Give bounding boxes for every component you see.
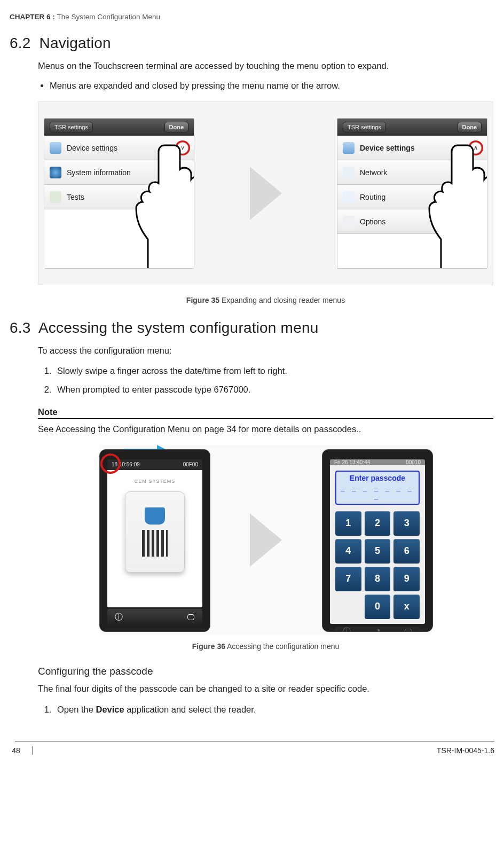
keypad-key-0[interactable]: 0 <box>365 595 391 619</box>
menu-item-label: Device settings <box>67 144 117 152</box>
card-image <box>125 491 185 573</box>
section-number-nav: 6.2 <box>10 35 31 51</box>
phone-status-bar: Fri 26 13:40:44 00010 <box>330 459 425 465</box>
done-button[interactable]: Done <box>458 122 482 132</box>
tsr-settings-button[interactable]: TSR settings <box>343 122 386 132</box>
keypad-key-5[interactable]: 5 <box>365 539 391 564</box>
routing-icon <box>343 191 355 203</box>
phone-status-bar[interactable]: 18 10:56:09 00F00 <box>107 459 202 470</box>
wrench-icon <box>343 142 355 154</box>
keypad: 1 2 3 4 5 6 7 8 9 0 x <box>335 511 420 619</box>
status-code: 00010 <box>406 459 421 465</box>
access-steps: Slowly swipe a finger across the date/ti… <box>38 364 493 396</box>
keypad-key-4[interactable]: 4 <box>335 539 361 564</box>
menu-item-label: Device settings <box>360 144 415 152</box>
fig36-right-phone: Fri 26 13:40:44 00010 Enter passcode _ _… <box>322 449 432 631</box>
config-passcode-steps: Open the Device application and select t… <box>38 703 493 717</box>
keypad-key-7[interactable]: 7 <box>335 567 361 591</box>
handset-icon: 🕽 <box>374 627 382 632</box>
chevron-down-icon[interactable]: ∨ <box>470 167 482 178</box>
titlebar: TSR settings Done <box>337 119 487 136</box>
menu-item-device-settings[interactable]: Device settings ∨ <box>44 136 194 160</box>
nav-bullets: Menus are expanded and closed by pressin… <box>38 80 493 92</box>
section-title-nav: Navigation <box>40 35 111 51</box>
menu-item-device-settings[interactable]: Device settings ∧ <box>337 136 487 160</box>
keypad-key-8[interactable]: 8 <box>365 567 391 591</box>
fig36-left-phone: 18 10:56:09 00F00 CEM SYSTEMS ⓘ 🖵 <box>99 449 209 631</box>
phone-nav-bar: ⓘ 🖵 <box>107 609 202 626</box>
menu-item-label: Network <box>360 168 387 177</box>
section-heading-nav: 6.2 Navigation <box>10 35 494 52</box>
barcode-icon <box>142 530 168 557</box>
card-top-icon <box>145 507 165 525</box>
svg-marker-3 <box>250 513 282 567</box>
menu-item-system-info[interactable]: System information ∨ <box>44 160 194 185</box>
figure-label: Figure 35 <box>186 296 219 304</box>
info-icon[interactable]: ⓘ <box>115 612 123 622</box>
passcode-title: Enter passcode <box>341 474 414 482</box>
figure-text: Expanding and closing reader menus <box>219 296 345 304</box>
section-number-access: 6.3 <box>10 319 31 336</box>
note-rule <box>38 418 493 419</box>
config-passcode-para: The final four digits of the passcode ca… <box>38 683 493 695</box>
passcode-display: Enter passcode _ _ _ _ _ _ _ _ <box>335 471 420 505</box>
chevron-down-icon[interactable]: ∨ <box>177 191 188 203</box>
figure-35-caption: Figure 35 Expanding and closing reader m… <box>38 296 493 304</box>
chevron-down-icon[interactable]: ∨ <box>177 142 188 154</box>
section-heading-access: 6.3 Accessing the system configuration m… <box>10 319 494 337</box>
fig35-right-panel: TSR settings Done Device settings ∧ Netw… <box>337 118 487 269</box>
options-icon <box>343 216 355 228</box>
access-intro-text: To access the configuration menu: <box>38 345 493 357</box>
figure-36-caption: Figure 36 Accessing the configuration me… <box>38 642 493 651</box>
monitor-icon[interactable]: 🖵 <box>187 613 195 622</box>
chapter-title: The System Configuration Menu <box>57 13 161 21</box>
keypad-key-3[interactable]: 3 <box>393 511 420 536</box>
figure-text: Accessing the configuration menu <box>225 642 339 651</box>
config-passcode-heading: Configuring the passcode <box>38 666 493 677</box>
chevron-down-icon[interactable]: ∨ <box>177 167 188 178</box>
keypad-key-1[interactable]: 1 <box>335 511 361 536</box>
step-text-post: application and select the reader. <box>124 705 256 714</box>
chevron-down-icon[interactable]: ∨ <box>470 191 482 203</box>
access-step-1: Slowly swipe a finger across the date/ti… <box>54 364 493 378</box>
menu-item-label: Tests <box>67 193 84 201</box>
keypad-key-6[interactable]: 6 <box>393 539 420 564</box>
section-title-access: Accessing the system configuration menu <box>38 319 319 336</box>
chevron-up-icon[interactable]: ∧ <box>470 142 482 154</box>
page-footer: 48 TSR-IM-0045-1.6 <box>10 738 494 761</box>
page-number: 48 <box>4 746 33 755</box>
svg-marker-0 <box>250 167 282 220</box>
wrench-icon <box>50 142 61 154</box>
menu-item-label: Routing <box>360 193 385 201</box>
keypad-key-9[interactable]: 9 <box>393 567 420 591</box>
info-icon: ⓘ <box>343 627 351 632</box>
monitor-icon: 🖵 <box>404 627 412 632</box>
figure-36-area: 18 10:56:09 00F00 CEM SYSTEMS ⓘ 🖵 <box>99 445 432 635</box>
note-text: See Accessing the Configuration Menu on … <box>38 424 493 434</box>
menu-item-tests[interactable]: Tests ∨ <box>44 185 194 209</box>
note-label: Note <box>38 407 493 417</box>
globe-icon <box>50 167 61 178</box>
status-datetime: Fri 26 13:40:44 <box>334 459 370 465</box>
access-step-2: When prompted to enter passcode type 676… <box>54 383 493 397</box>
document-id: TSR-IM-0045-1.6 <box>437 746 494 755</box>
cem-logo: CEM SYSTEMS <box>107 479 202 484</box>
transition-arrow-icon <box>242 167 290 220</box>
menu-item-label: Options <box>360 217 385 226</box>
keypad-key-clear[interactable]: x <box>393 595 420 619</box>
check-icon <box>50 191 61 203</box>
figure-label: Figure 36 <box>192 642 225 651</box>
chevron-down-icon[interactable]: ∨ <box>470 216 482 228</box>
menu-item-network[interactable]: Network ∨ <box>337 160 487 185</box>
highlight-circle-icon <box>100 453 121 474</box>
footer-line <box>15 741 494 741</box>
step-text-pre: Open the <box>57 705 96 714</box>
figure-35-area: TSR settings Done Device settings ∨ Syst… <box>38 101 493 285</box>
done-button[interactable]: Done <box>164 122 189 132</box>
menu-item-routing[interactable]: Routing ∨ <box>337 185 487 209</box>
keypad-key-2[interactable]: 2 <box>365 511 391 536</box>
menu-item-options[interactable]: Options ∨ <box>337 209 487 234</box>
status-code: 00F00 <box>183 462 198 467</box>
titlebar: TSR settings Done <box>44 119 194 136</box>
tsr-settings-button[interactable]: TSR settings <box>50 122 93 132</box>
